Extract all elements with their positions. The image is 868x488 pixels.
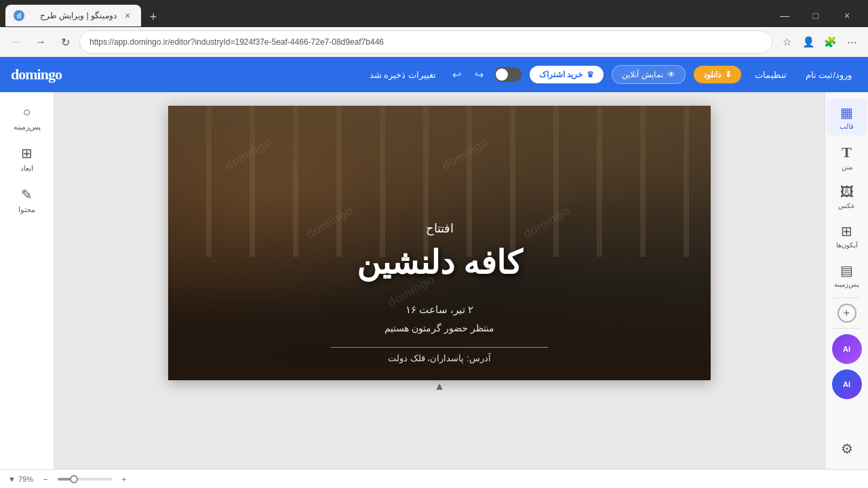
bg-icon: ▤ <box>840 262 853 279</box>
panel-divider-2 <box>833 328 861 329</box>
content-panel-item[interactable]: ✎ محتوا <box>3 181 51 220</box>
dark-mode-toggle[interactable] <box>494 67 521 82</box>
canvas-scroll-arrow[interactable]: ▲ <box>434 380 445 392</box>
background-panel-item[interactable]: ○ پس‌زمینه <box>3 99 51 137</box>
address-text: آدرس: پاسداران، قلک دولت <box>168 353 711 363</box>
download-icon: ⬇ <box>725 70 732 79</box>
panel-divider <box>833 298 861 298</box>
eye-icon: 👁 <box>667 70 675 79</box>
close-button[interactable]: × <box>831 5 863 26</box>
zoom-slider[interactable] <box>58 478 112 481</box>
preview-button[interactable]: 👁 نمایش آنلاین <box>612 65 685 84</box>
dimensions-icon: ⊞ <box>21 145 33 161</box>
cafe-name-text: کافه دلنشین <box>168 243 711 281</box>
zoom-control[interactable]: ▼ 79% <box>8 475 33 483</box>
text-icon: T <box>842 144 852 161</box>
toggle-knob <box>496 68 508 81</box>
app-area: domingo تغییرات ذخیره شد ↩ ↪ ♛ خرید اشتر… <box>0 57 868 488</box>
date-text: ۲ تیر، ساعت ۱۶ <box>168 304 711 316</box>
content-label: محتوا <box>18 205 35 214</box>
add-element-button[interactable]: + <box>837 304 856 323</box>
address-bar: ← → ↻ https://app.domingo.ir/editor?indu… <box>0 27 868 57</box>
tab-close-button[interactable]: × <box>122 10 133 21</box>
purchase-button[interactable]: ♛ خرید اشتراک <box>530 66 604 83</box>
settings-button[interactable]: تنظیمات <box>749 67 792 83</box>
divider-line <box>331 347 548 348</box>
ai-label-1: AI <box>843 345 850 353</box>
icons-panel-item[interactable]: ⊞ آیکون‌ها <box>827 218 867 254</box>
maximize-button[interactable]: □ <box>800 5 831 26</box>
new-tab-button[interactable]: + <box>144 7 163 26</box>
settings-panel-item[interactable]: ⚙ <box>827 435 867 462</box>
bottom-bar: ▼ 79% − + <box>0 469 868 488</box>
saved-status: تغییرات ذخیره شد <box>364 67 441 83</box>
zoom-out-button[interactable]: − <box>39 472 52 486</box>
login-button[interactable]: ورود/ثبت نام <box>800 67 857 83</box>
ai-button-1[interactable]: AI <box>832 334 862 364</box>
app-toolbar: domingo تغییرات ذخیره شد ↩ ↪ ♛ خرید اشتر… <box>0 57 868 92</box>
browser-menu-icon[interactable]: ⋯ <box>842 33 861 52</box>
ai-button-2[interactable]: AI <box>832 369 862 399</box>
opening-text: افتتاح <box>168 221 711 236</box>
icons-label: آیکون‌ها <box>836 241 858 249</box>
app-logo: domingo <box>11 66 62 83</box>
tab-favicon: d <box>14 10 24 21</box>
favorites-icon[interactable]: ☆ <box>777 33 796 52</box>
photo-icon: 🖼 <box>840 184 854 200</box>
main-canvas: domingo domingo domingo domingo domingo … <box>54 92 825 469</box>
photo-label: عکس <box>838 202 855 209</box>
template-panel-item[interactable]: ▦ قالب <box>827 99 867 136</box>
ai-label-2: AI <box>843 380 850 388</box>
tab-title: دومینگو | ویرایش طرح <box>30 11 117 20</box>
url-bar[interactable]: https://app.domingo.ir/editor?industryId… <box>80 31 772 53</box>
bg-label: پس‌زمینه <box>834 281 859 288</box>
canvas-container: domingo domingo domingo domingo domingo … <box>168 106 711 380</box>
minimize-button[interactable]: — <box>769 5 800 26</box>
refresh-button[interactable]: ↻ <box>56 33 75 52</box>
crown-icon: ♛ <box>587 70 594 79</box>
text-panel-item[interactable]: T متن <box>827 138 867 176</box>
profile-icon[interactable]: 👤 <box>799 33 818 52</box>
template-icon: ▦ <box>840 104 853 121</box>
back-button[interactable]: ← <box>7 33 26 52</box>
zoom-dropdown-icon: ▼ <box>8 475 16 483</box>
dimensions-panel-item[interactable]: ⊞ ابعاد <box>3 140 51 178</box>
content-area: ○ پس‌زمینه ⊞ ابعاد ✎ محتوا <box>0 92 868 469</box>
design-canvas[interactable]: domingo domingo domingo domingo domingo … <box>168 106 711 380</box>
await-text: منتظر حضور گرمتون هستیم <box>168 323 711 333</box>
background-label: پس‌زمینه <box>14 123 41 131</box>
left-panel: ○ پس‌زمینه ⊞ ابعاد ✎ محتوا <box>0 92 54 469</box>
settings-gear-icon: ⚙ <box>841 441 853 457</box>
zoom-in-button[interactable]: + <box>117 472 131 486</box>
forward-button[interactable]: → <box>31 33 50 52</box>
bg-panel-item[interactable]: ▤ پس‌زمینه <box>827 257 867 293</box>
right-panel: ▦ قالب T متن 🖼 عکس ⊞ آیکون‌ها ▤ پس‌زمینه… <box>825 92 868 469</box>
undo-button[interactable]: ↩ <box>450 66 464 84</box>
active-tab[interactable]: d دومینگو | ویرایش طرح × <box>5 5 141 26</box>
extensions-icon[interactable]: 🧩 <box>821 33 840 52</box>
text-label: متن <box>842 163 852 171</box>
background-icon: ○ <box>22 104 31 120</box>
template-label: قالب <box>840 123 854 130</box>
icons-icon: ⊞ <box>841 223 852 239</box>
dimensions-label: ابعاد <box>20 164 33 173</box>
zoom-level: 79% <box>18 475 33 483</box>
photo-panel-item[interactable]: 🖼 عکس <box>827 179 867 215</box>
download-button[interactable]: ⬇ دانلود <box>694 66 741 83</box>
toggle-track[interactable] <box>494 67 521 82</box>
content-icon: ✎ <box>21 186 33 203</box>
redo-button[interactable]: ↪ <box>472 66 486 84</box>
